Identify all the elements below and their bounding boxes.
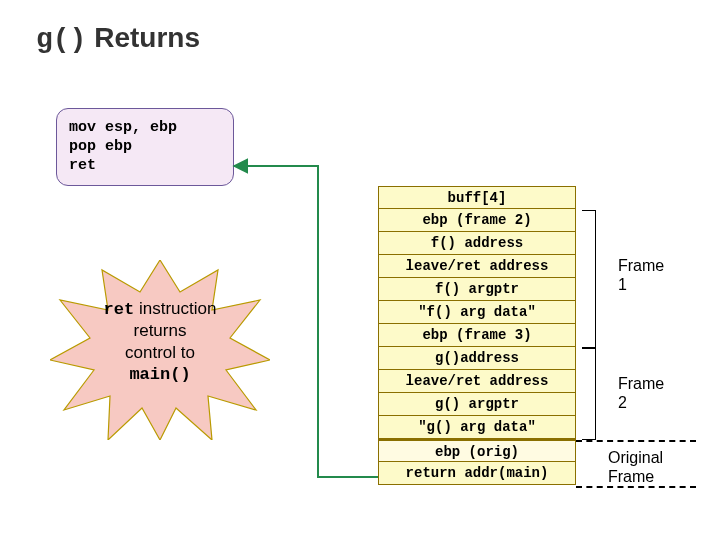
burst-ret: ret [104, 300, 135, 319]
frame-2-bracket [582, 348, 596, 440]
stack-table: buff[4] ebp (frame 2) f() address leave/… [378, 186, 576, 485]
stack-row: leave/ret address [378, 255, 576, 278]
frame-1-label: Frame 1 [618, 256, 664, 294]
burst-text: ret instruction returns control to main(… [50, 298, 270, 385]
title-code: g() [36, 24, 86, 55]
page-title: g() Returns [36, 22, 200, 55]
burst-main: main() [129, 365, 190, 384]
stack-row: f() argptr [378, 278, 576, 301]
frame-2-label: Frame 2 [618, 374, 664, 412]
stack-row: return addr(main) [378, 462, 576, 485]
stack-row: ebp (orig) [378, 439, 576, 462]
burst-l3: control to [125, 343, 195, 362]
stack-row: g() argptr [378, 393, 576, 416]
stack-row: "f() arg data" [378, 301, 576, 324]
original-frame-label: Original Frame [608, 448, 663, 486]
burst-l1r: instruction [134, 299, 216, 318]
stack-row: f() address [378, 232, 576, 255]
burst-l2: returns [134, 321, 187, 340]
frame-1-bracket [582, 210, 596, 348]
title-rest: Returns [86, 22, 200, 53]
stack-row: ebp (frame 3) [378, 324, 576, 347]
dash-line [576, 486, 696, 488]
dash-line [576, 440, 696, 442]
stack-row: ebp (frame 2) [378, 209, 576, 232]
stack-row: buff[4] [378, 186, 576, 209]
stack-row: "g() arg data" [378, 416, 576, 439]
stack-row: leave/ret address [378, 370, 576, 393]
asm-code-box: mov esp, ebp pop ebp ret [56, 108, 234, 186]
starburst-callout: ret instruction returns control to main(… [50, 260, 270, 440]
stack-row: g()address [378, 347, 576, 370]
